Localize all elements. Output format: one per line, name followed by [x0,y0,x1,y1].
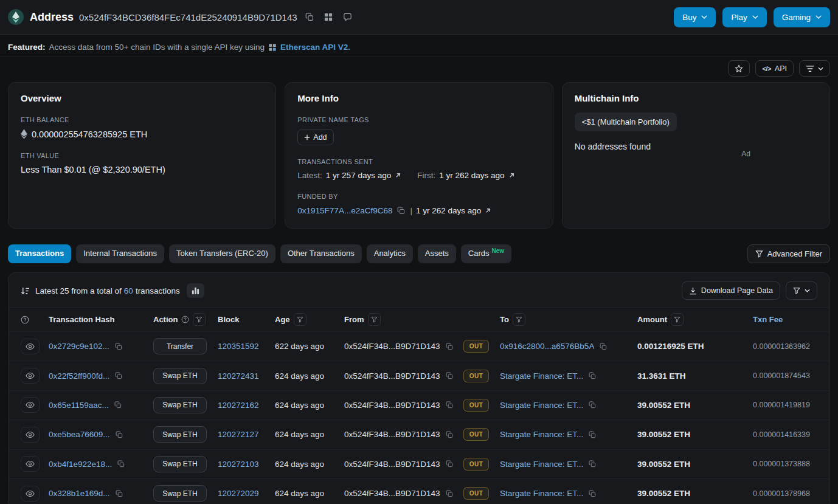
block-link[interactable]: 120351592 [218,342,259,351]
column-age: Age [275,313,344,326]
play-button[interactable]: Play [722,7,766,27]
copy-to-button[interactable] [587,459,597,469]
block-link[interactable]: 120272103 [218,460,259,469]
arrow-up-right-icon [508,172,515,179]
help-icon[interactable] [181,316,189,323]
transactions-panel: Latest 25 from a total of 60 transaction… [8,272,830,504]
transaction-hash-link[interactable]: 0x2729c9e102... [49,342,109,351]
copy-hash-button[interactable] [114,430,124,440]
first-tx-link[interactable]: 1 yr 262 days ago [439,171,504,180]
block-link[interactable]: 120272162 [218,401,259,410]
copy-to-button[interactable] [587,430,597,440]
transaction-hash-link[interactable]: 0x328b1e169d... [49,489,110,498]
copy-hash-button[interactable] [114,342,123,351]
copy-icon [116,490,123,497]
action-method-button[interactable]: Swap ETH [153,397,207,413]
from-address: 0x524fF34B...B9D71D143 [344,401,440,410]
gaming-button[interactable]: Gaming [774,7,830,27]
copy-from-button[interactable] [445,430,454,440]
to-address-link[interactable]: Stargate Finance: ET... [500,489,583,498]
action-method-button[interactable]: Swap ETH [153,485,207,502]
block-link[interactable]: 120272431 [218,371,259,381]
tab-cards[interactable]: Cards New [461,244,511,263]
copy-to-button[interactable] [587,371,597,381]
tab-internal-transactions[interactable]: Internal Transactions [76,244,164,263]
filter-to-button[interactable] [513,313,525,326]
action-method-button[interactable]: Swap ETH [153,368,207,384]
copy-address-button[interactable] [303,10,316,24]
eye-icon [26,401,35,409]
eye-preview-button[interactable] [21,397,40,413]
filter-amount-button[interactable] [671,313,684,326]
download-page-data-button[interactable]: Download Page Data [682,281,780,300]
eye-preview-button[interactable] [21,368,40,384]
eye-preview-button[interactable] [21,456,40,472]
latest-tx-link[interactable]: 1 yr 257 days ago [326,171,391,180]
funding-tx-link[interactable]: 1 yr 262 days ago [416,206,481,215]
copy-to-button[interactable] [587,400,597,410]
eye-icon [26,460,35,468]
column-block: Block [218,315,275,324]
copy-from-button[interactable] [445,459,454,469]
copy-from-button[interactable] [445,371,454,381]
eye-icon [26,343,35,350]
to-address-link[interactable]: 0x916c2800...a6576Bb5A [500,342,594,351]
chevron-down-icon [815,15,822,19]
transaction-hash-link[interactable]: 0x22f52ff900fd... [49,371,109,381]
action-method-button[interactable]: Swap ETH [153,456,207,472]
filter-from-button[interactable] [368,313,381,326]
copy-hash-button[interactable] [113,400,123,410]
amount-text: 39.00552 ETH [637,401,690,410]
copy-hash-button[interactable] [116,459,126,469]
copy-to-button[interactable] [587,489,597,499]
filter-action-button[interactable] [193,313,206,326]
block-link[interactable]: 120272127 [218,430,259,439]
copy-from-button[interactable] [445,342,454,351]
etherscan-api-v2-link[interactable]: Etherscan API V2. [280,43,350,52]
tab-analytics[interactable]: Analytics [367,244,413,263]
tab-token-transfers[interactable]: Token Transfers (ERC-20) [169,244,275,263]
table-filter-button[interactable] [786,281,817,300]
help-icon[interactable] [21,316,29,324]
copy-to-button[interactable] [598,342,608,351]
buy-button[interactable]: Buy [674,7,716,27]
eye-preview-button[interactable] [21,486,40,502]
advanced-filter-button[interactable]: Advanced Filter [747,244,830,263]
transaction-hash-link[interactable]: 0xe5bea76609... [49,430,110,439]
action-method-button[interactable]: Swap ETH [153,426,207,443]
to-address-link[interactable]: Stargate Finance: ET... [500,371,583,381]
view-options-button[interactable] [799,60,830,77]
copy-from-button[interactable] [445,400,454,410]
to-address-link[interactable]: Stargate Finance: ET... [500,401,583,410]
eye-preview-button[interactable] [21,427,40,443]
transaction-hash-link[interactable]: 0xb4f1e922e18... [49,460,112,469]
total-transactions-link[interactable]: 60 [124,286,133,295]
filter-age-button[interactable] [294,313,306,326]
column-from: From [344,313,463,326]
tab-other-transactions[interactable]: Other Transactions [280,244,362,263]
transactions-table-body: 0x2729c9e102... Transfer 120351592 622 d… [9,332,829,504]
block-link[interactable]: 120272029 [218,489,259,498]
transaction-hash-link[interactable]: 0x65e1159aac... [49,401,109,410]
eye-preview-button[interactable] [21,339,40,354]
copy-hash-button[interactable] [114,489,124,499]
txn-fee-text: 0.000001416339 [753,430,810,439]
to-address-link[interactable]: Stargate Finance: ET... [500,430,583,439]
copy-from-button[interactable] [445,489,454,499]
chart-view-button[interactable] [187,283,204,298]
tab-transactions[interactable]: Transactions [8,244,71,263]
from-address: 0x524fF34B...B9D71D143 [344,460,440,469]
funder-address-link[interactable]: 0x1915F77A...e2aCf9C68 [297,206,392,215]
copy-funder-button[interactable] [396,205,406,216]
api-button[interactable]: </> API [755,60,794,77]
tab-assets[interactable]: Assets [418,244,456,263]
to-address-link[interactable]: Stargate Finance: ET... [500,460,583,469]
qr-code-button[interactable] [322,10,335,24]
multichain-portfolio-button[interactable]: <$1 (Multichain Portfolio) [575,112,677,131]
copy-hash-button[interactable] [114,371,123,381]
add-name-tag-button[interactable]: Add [297,129,333,145]
favorite-button[interactable] [728,60,750,77]
from-address: 0x524fF34B...B9D71D143 [344,489,440,498]
action-method-button[interactable]: Transfer [153,338,207,354]
comment-button[interactable] [341,10,355,24]
